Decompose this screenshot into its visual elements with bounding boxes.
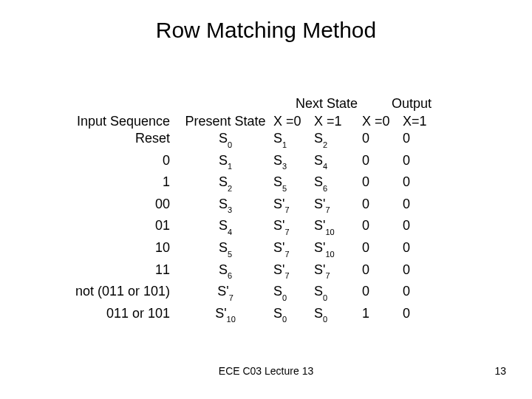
row-4-out0: 0 (362, 217, 403, 234)
footer-page: 13 (494, 365, 506, 377)
row-3-x0: S'7 (273, 196, 314, 218)
row-8-present: S'10 (177, 305, 273, 327)
row-7-out1: 0 (403, 283, 443, 300)
group-header-output: Output (392, 96, 432, 112)
row-7-present: S'7 (177, 283, 273, 305)
row-3-present: S3 (177, 196, 273, 218)
slide-title: Row Matching Method (0, 18, 532, 43)
row-7-out0: 0 (362, 283, 403, 300)
col-header-x0: X =0 (273, 113, 314, 130)
footer-center: ECE C03 Lecture 13 (0, 365, 532, 377)
row-0-input: Reset (52, 130, 177, 147)
row-4-out1: 0 (403, 217, 443, 234)
row-2-input: 1 (52, 174, 177, 191)
row-7-x1: S0 (314, 283, 362, 305)
row-3-input: 00 (52, 196, 177, 213)
col-header-out0: X =0 (362, 113, 403, 130)
row-6-x0: S'7 (273, 262, 314, 284)
row-0-out1: 0 (403, 130, 443, 147)
row-5-x1: S'10 (314, 239, 362, 262)
row-4-x1: S'10 (314, 217, 362, 239)
row-6-out0: 0 (362, 262, 403, 279)
row-2-present: S2 (177, 174, 273, 196)
row-5-out0: 0 (362, 239, 403, 256)
row-3-out1: 0 (403, 196, 443, 213)
row-0-x0: S1 (273, 130, 314, 152)
row-8-x0: S0 (273, 305, 314, 327)
row-0-x1: S2 (314, 130, 362, 152)
col-header-out1: X=1 (403, 113, 443, 130)
row-1-x0: S3 (273, 152, 314, 174)
col-header-input: Input Sequence (52, 113, 177, 130)
row-8-out0: 1 (362, 305, 403, 322)
row-3-x1: S'7 (314, 196, 362, 218)
col-header-x1: X =1 (314, 113, 362, 130)
row-2-x0: S5 (273, 174, 314, 196)
state-table: Input SequencePresent StateX =0X =1X =0X… (52, 113, 443, 327)
row-6-present: S6 (177, 262, 273, 284)
row-6-x1: S'7 (314, 262, 362, 284)
row-1-x1: S4 (314, 152, 362, 174)
row-1-out0: 0 (362, 152, 403, 169)
row-5-present: S5 (177, 239, 273, 262)
row-1-input: 0 (52, 152, 177, 169)
row-5-x0: S'7 (273, 239, 314, 262)
row-1-present: S1 (177, 152, 273, 174)
row-4-present: S4 (177, 217, 273, 239)
row-5-out1: 0 (403, 239, 443, 256)
row-2-out0: 0 (362, 174, 403, 191)
col-header-present: Present State (177, 113, 273, 130)
row-3-out0: 0 (362, 196, 403, 213)
row-1-out1: 0 (403, 152, 443, 169)
row-8-out1: 0 (403, 305, 443, 322)
slide: Row Matching Method Next State Output In… (0, 0, 532, 399)
row-4-x0: S'7 (273, 217, 314, 239)
row-8-input: 011 or 101 (52, 305, 177, 322)
row-0-out0: 0 (362, 130, 403, 147)
row-4-input: 01 (52, 217, 177, 234)
row-7-x0: S0 (273, 283, 314, 305)
row-2-out1: 0 (403, 174, 443, 191)
group-header-next-state: Next State (296, 96, 358, 112)
row-0-present: S0 (177, 130, 273, 152)
row-8-x1: S0 (314, 305, 362, 327)
row-6-input: 11 (52, 262, 177, 279)
row-2-x1: S6 (314, 174, 362, 196)
row-5-input: 10 (52, 239, 177, 256)
row-7-input: not (011 or 101) (52, 283, 177, 300)
row-6-out1: 0 (403, 262, 443, 279)
